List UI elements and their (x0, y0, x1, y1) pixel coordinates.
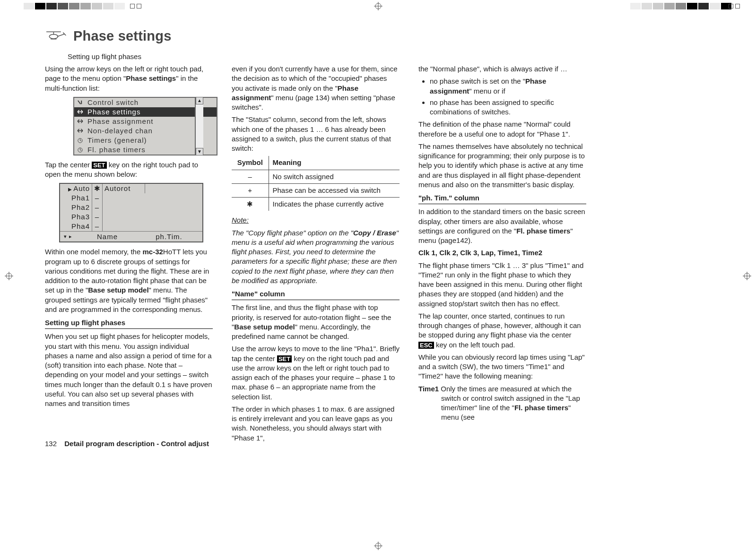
registration-mark-icon (5, 272, 13, 280)
paragraph: When you set up flight phases for helico… (45, 332, 213, 408)
scrollbar: ▲ ▼ (195, 97, 203, 155)
paragraph: The names themselves have absolutely no … (418, 142, 586, 190)
paragraph: While you can obviously record lap times… (418, 353, 586, 381)
arrows-icon (74, 118, 86, 124)
svg-line-15 (57, 34, 64, 36)
paragraph: The order in which phases 1 to max. 6 ar… (232, 405, 400, 443)
table-row: Auto ✱ Autorot (60, 184, 202, 193)
section-heading: "Name" column (232, 289, 400, 300)
paragraph: Use the arrow keys to move to the line "… (232, 344, 400, 402)
paragraph: Within one model memory, the mc-32HoTT l… (45, 247, 213, 314)
switch-icon (74, 99, 86, 105)
clock-icon (74, 137, 86, 143)
table-row: Pha4 – (60, 222, 202, 231)
page-footer: 132 Detail program description - Control… (45, 439, 209, 448)
page-root: Phase settings Setting up flight phases … (0, 0, 756, 552)
helicopter-icon (45, 30, 67, 43)
page-title-row: Phase settings (45, 28, 737, 44)
paragraph: In addition to the standard timers on th… (418, 207, 586, 245)
nav-arrows-icon: ▾ ▸ (60, 233, 79, 240)
section-heading: Setting up flight phases (45, 318, 213, 329)
color-swatches-icon (630, 3, 732, 9)
table-row: + Phase can be accessed via switch (232, 183, 400, 197)
footer-text: Detail program description - Control adj… (64, 440, 209, 448)
paragraph: The flight phase timers "Clk 1 … 3" plus… (418, 261, 586, 309)
column-1: Using the arrow keys on the left or righ… (45, 64, 213, 446)
table-row: ✱ Indicates the phase currently active (232, 198, 400, 211)
bullet-list: no phase switch is set on the "Phase ass… (418, 77, 586, 117)
arrows-icon (74, 128, 86, 134)
paragraph: Using the arrow keys on the left or righ… (45, 64, 213, 93)
column-2: even if you don't currently have a use f… (232, 64, 400, 446)
table-row: Symbol Meaning (232, 156, 400, 170)
list-item: no phase switch is set on the "Phase ass… (430, 77, 586, 96)
page-subtitle: Setting up flight phases (68, 52, 737, 60)
table-row: Pha1 – (60, 193, 202, 203)
table-row: – No switch assigned (232, 170, 400, 183)
menu-box: Control switch Phase settings Phase assi… (59, 97, 203, 155)
paragraph: The "Status" column, second from the lef… (232, 115, 400, 153)
set-key-label: SET (277, 355, 292, 362)
page-number: 132 (45, 440, 57, 448)
esc-key-label: ESC (418, 342, 434, 349)
paragraph: The definition of the phase name "Normal… (418, 120, 586, 139)
paragraph: even if you don't currently have a use f… (232, 64, 400, 112)
paragraph: Tap the center SET key on the right touc… (45, 160, 213, 180)
list-item: no phase has been assigned to specific c… (430, 98, 586, 117)
columns: Using the arrow keys on the left or righ… (45, 64, 737, 446)
heading: Clk 1, Clk 2, Clk 3, Lap, Time1, Time2 (418, 248, 586, 258)
mark-squares-icon (729, 4, 742, 9)
svg-point-14 (49, 34, 58, 38)
scroll-down-icon: ▼ (196, 148, 203, 155)
clock-icon (74, 147, 86, 153)
paragraph: The first line, and thus the flight phas… (232, 303, 400, 341)
note-heading: Note: (232, 216, 400, 225)
phase-table: Auto ✱ Autorot Pha1 – Pha2 – (59, 183, 203, 242)
table-footer: ▾ ▸ Name ph.Tim. (60, 231, 202, 242)
table-row: Pha2 – (60, 203, 202, 212)
arrows-icon (74, 109, 86, 115)
paragraph: The lap counter, once started, continues… (418, 311, 586, 350)
column-3: the "Normal phase", which is always acti… (418, 64, 586, 446)
paragraph: Time1 Only the times are measured at whi… (418, 384, 586, 423)
content-area: Phase settings Setting up flight phases … (45, 28, 737, 528)
registration-mark-icon (743, 272, 751, 280)
page-title: Phase settings (73, 28, 172, 44)
scroll-up-icon: ▲ (196, 97, 203, 104)
print-marks-top (0, 3, 756, 17)
status-table: Symbol Meaning – No switch assigned + Ph… (232, 156, 400, 211)
mark-squares-icon (130, 4, 143, 9)
set-key-label: SET (92, 162, 106, 169)
registration-mark-icon (374, 542, 382, 550)
color-swatches-icon (24, 3, 126, 9)
note-paragraph: The "Copy flight phase" option on the "C… (232, 228, 400, 286)
paragraph: the "Normal phase", which is always acti… (418, 64, 586, 74)
section-heading: "ph. Tim." column (418, 193, 586, 204)
table-row: Pha3 – (60, 212, 202, 222)
